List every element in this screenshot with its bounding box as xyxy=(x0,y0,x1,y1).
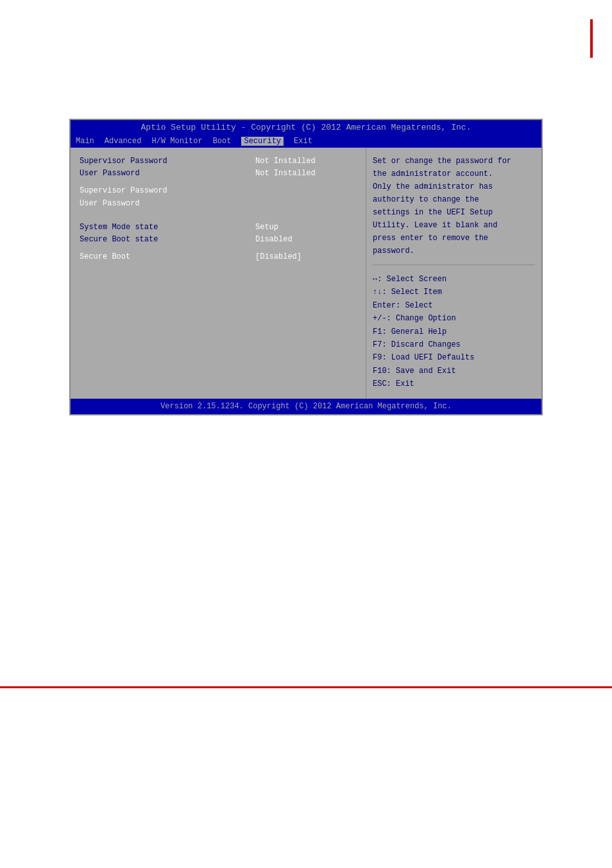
bios-footer: Version 2.15.1234. Copyright (C) 2012 Am… xyxy=(71,399,541,414)
help-divider xyxy=(373,265,535,265)
bios-menu-bar[interactable]: Main Advanced H/W Monitor Boot Security … xyxy=(71,135,541,148)
system-mode-state-value: Setup xyxy=(255,221,361,234)
help-line-8: password. xyxy=(373,245,535,257)
help-line-2: the administrator account. xyxy=(373,168,535,180)
bios-right-panel: Set or change the password for the admin… xyxy=(366,148,541,399)
bios-title: Aptio Setup Utility - Copyright (C) 2012… xyxy=(141,123,472,132)
help-line-3: Only the administrator has xyxy=(373,181,535,193)
help-line-1: Set or change the password for xyxy=(373,155,535,167)
top-red-bar xyxy=(590,19,593,58)
bios-title-bar: Aptio Setup Utility - Copyright (C) 2012… xyxy=(71,120,541,135)
user-password-value: Not Installed xyxy=(255,168,361,180)
key-help-change-option: +/-: Change Option xyxy=(373,312,535,325)
key-help-f9: F9: Load UEFI Defaults xyxy=(373,351,535,364)
menu-item-hwmonitor[interactable]: H/W Monitor xyxy=(151,137,202,146)
key-help-f1: F1: General Help xyxy=(373,326,535,338)
key-help-esc: ESC: Exit xyxy=(373,378,535,390)
supervisor-password-value-2 xyxy=(255,185,361,197)
menu-item-main[interactable]: Main xyxy=(76,137,94,146)
menu-item-boot[interactable]: Boot xyxy=(213,137,232,146)
key-help-select-screen: ↔: Select Screen xyxy=(373,273,535,286)
menu-item-security[interactable]: Security xyxy=(241,137,284,146)
menu-item-exit[interactable]: Exit xyxy=(294,137,312,146)
key-help-select-item: ↑↓: Select Item xyxy=(373,286,535,299)
secure-boot-state-value: Disabled xyxy=(255,234,361,246)
key-help-f10: F10: Save and Exit xyxy=(373,365,535,378)
bottom-red-line xyxy=(0,686,612,688)
secure-boot-label[interactable]: Secure Boot xyxy=(80,251,242,263)
bios-middle-panel: Not Installed Not Installed Setup Disabl… xyxy=(250,148,366,399)
supervisor-password-value: Not Installed xyxy=(255,155,361,168)
help-line-6: Utility. Leave it blank and xyxy=(373,220,535,231)
help-line-5: settings in the UEFI Setup xyxy=(373,207,535,218)
user-password-value-2 xyxy=(255,198,361,210)
help-line-4: authority to change the xyxy=(373,194,535,205)
bios-footer-text: Version 2.15.1234. Copyright (C) 2012 Am… xyxy=(160,402,452,411)
key-help-enter: Enter: Select xyxy=(373,299,535,312)
menu-item-advanced[interactable]: Advanced xyxy=(105,137,142,146)
user-password-label-2[interactable]: User Password xyxy=(80,198,242,210)
bios-content: Supervisor Password User Password Superv… xyxy=(71,148,541,399)
bios-container: Aptio Setup Utility - Copyright (C) 2012… xyxy=(69,119,543,415)
supervisor-password-label[interactable]: Supervisor Password xyxy=(80,155,242,168)
key-help-f7: F7: Discard Changes xyxy=(373,338,535,351)
system-mode-state-label[interactable]: System Mode state xyxy=(80,221,242,234)
secure-boot-value[interactable]: [Disabled] xyxy=(255,251,361,263)
help-line-7: press enter to remove the xyxy=(373,232,535,244)
user-password-label[interactable]: User Password xyxy=(80,168,242,180)
supervisor-password-label-2[interactable]: Supervisor Password xyxy=(80,185,242,197)
bios-left-panel: Supervisor Password User Password Superv… xyxy=(71,148,250,399)
secure-boot-state-label[interactable]: Secure Boot state xyxy=(80,234,242,246)
